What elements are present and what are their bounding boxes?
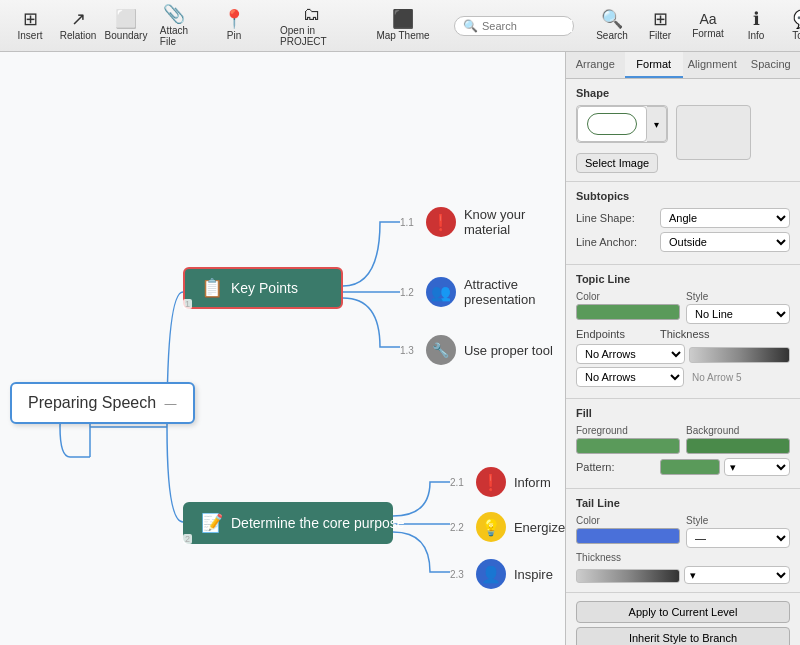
subtopics-section: Subtopics Line Shape: Angle Line Anchor:… xyxy=(566,182,800,265)
tl-style-select[interactable]: No Line xyxy=(686,304,790,324)
panel-tabs: Arrange Format Alignment Spacing xyxy=(566,52,800,79)
attractive-icon: 👥 xyxy=(426,277,456,307)
pattern-row: Pattern: ▾ xyxy=(576,458,790,476)
tool-icon: 🔧 xyxy=(426,335,456,365)
attach-label: Attach File xyxy=(160,25,188,47)
right-panel: Arrange Format Alignment Spacing Shape ▾ xyxy=(565,52,800,645)
search-input[interactable] xyxy=(482,20,572,32)
root-node[interactable]: Preparing Speech — xyxy=(10,382,195,424)
tab-alignment[interactable]: Alignment xyxy=(683,52,742,78)
format-btn-icon: Aa xyxy=(699,12,716,26)
tl-color2-label: Color xyxy=(576,515,680,526)
toolbar-relation-btn[interactable]: ↗ Relation xyxy=(56,6,100,45)
topic-determine[interactable]: 📝 Determine the core purpose 2 xyxy=(183,502,393,544)
tab-format[interactable]: Format xyxy=(625,52,684,78)
topic-icon: 💬 xyxy=(793,10,800,28)
relation-icon: ↗ xyxy=(71,10,86,28)
line-anchor-row: Line Anchor: Outside xyxy=(576,232,790,252)
pattern-label: Pattern: xyxy=(576,461,656,473)
root-expand-icon[interactable]: — xyxy=(165,397,177,411)
topic-line-title: Topic Line xyxy=(576,273,790,285)
tail-line-section: Tail Line Color Style — Thickness ▾ xyxy=(566,489,800,593)
tl-color-bar[interactable] xyxy=(576,304,680,320)
boundary-icon: ⬜ xyxy=(115,10,137,28)
toolbar-insert-btn[interactable]: ⊞ Insert xyxy=(8,6,52,45)
no-arrows-select-1[interactable]: No Arrows xyxy=(576,344,685,364)
subtopics-title: Subtopics xyxy=(576,190,790,202)
toolbar-topic-btn[interactable]: 💬 Topic xyxy=(782,6,800,45)
toolbar-search-btn[interactable]: 🔍 Search xyxy=(590,6,634,45)
toolbar-boundary-btn[interactable]: ⬜ Boundary xyxy=(104,6,148,45)
root-label: Preparing Speech xyxy=(28,394,156,411)
search-bar[interactable]: 🔍 xyxy=(454,16,574,36)
no-arrow-5-label: No Arrow 5 xyxy=(688,372,790,383)
key-points-label: Key Points xyxy=(231,280,298,296)
relation-label: Relation xyxy=(60,30,97,41)
apply-btn[interactable]: Apply to Current Level xyxy=(576,601,790,623)
no-arrows-row-2: No Arrows No Arrow 5 xyxy=(576,367,790,387)
open-project-label: Open in PROJECT xyxy=(280,25,344,47)
sub-item-inspire: 2.3 👤 Inspire xyxy=(450,559,553,589)
sub-item-attractive: 1.2 👥 Attractive presentation xyxy=(400,277,565,307)
search-btn-label: Search xyxy=(596,30,628,41)
key-points-icon: 📋 xyxy=(201,277,223,299)
open-project-icon: 🗂 xyxy=(303,5,321,23)
toolbar-pin-btn[interactable]: 📍 Pin xyxy=(212,6,256,45)
toolbar-open-project-btn[interactable]: 🗂 Open in PROJECT xyxy=(272,1,352,51)
toolbar-format-btn[interactable]: Aa Format xyxy=(686,8,730,43)
tool-label: Use proper tool xyxy=(464,343,553,358)
fg-color-bar[interactable] xyxy=(576,438,680,454)
sub-item-tool: 1.3 🔧 Use proper tool xyxy=(400,335,553,365)
endpoints-label: Endpoints xyxy=(576,328,656,340)
canvas[interactable]: Preparing Speech — 📋 Key Points 1 1.1 ❗ … xyxy=(0,52,565,645)
thickness-slider-1[interactable] xyxy=(689,347,790,363)
map-theme-label: Map Theme xyxy=(376,30,429,41)
shape-box[interactable]: ▾ xyxy=(576,105,668,143)
tl-style-label: Style xyxy=(686,291,790,302)
sub-item-energize: 2.2 💡 Energize xyxy=(450,512,565,542)
pattern-color-bar[interactable] xyxy=(660,459,720,475)
toolbar-info-btn[interactable]: ℹ Info xyxy=(734,6,778,45)
tail-thickness-slider[interactable] xyxy=(576,569,680,583)
line-shape-row: Line Shape: Angle xyxy=(576,208,790,228)
fill-section: Fill Foreground Background Pattern: ▾ xyxy=(566,399,800,489)
tl-style2-select[interactable]: — xyxy=(686,528,790,548)
select-image-btn[interactable]: Select Image xyxy=(576,153,658,173)
insert-label: Insert xyxy=(17,30,42,41)
tab-spacing[interactable]: Spacing xyxy=(742,52,801,78)
sub-num-1-1: 1.1 xyxy=(400,217,414,228)
no-arrows-select-2[interactable]: No Arrows xyxy=(576,367,684,387)
toolbar-filter-btn[interactable]: ⊞ Filter xyxy=(638,6,682,45)
inspire-label: Inspire xyxy=(514,567,553,582)
line-anchor-select[interactable]: Outside xyxy=(660,232,790,252)
shape-dropdown-btn[interactable]: ▾ xyxy=(647,106,667,142)
fg-label: Foreground xyxy=(576,425,680,436)
sub-item-inform: 2.1 ❗ Inform xyxy=(450,467,551,497)
attach-icon: 📎 xyxy=(163,5,185,23)
thickness-label: Thickness xyxy=(660,328,740,340)
toolbar-map-theme-btn[interactable]: ⬛ Map Theme xyxy=(368,6,438,45)
map-theme-icon: ⬛ xyxy=(392,10,414,28)
bg-label: Background xyxy=(686,425,790,436)
tl-color2-bar[interactable] xyxy=(576,528,680,544)
bg-color-bar[interactable] xyxy=(686,438,790,454)
tab-arrange[interactable]: Arrange xyxy=(566,52,625,78)
search-icon: 🔍 xyxy=(463,19,478,33)
sub-num-2-1: 2.1 xyxy=(450,477,464,488)
tail-thickness-select[interactable]: ▾ xyxy=(684,566,790,584)
insert-icon: ⊞ xyxy=(23,10,38,28)
topic-line-color-style: Color Style No Line xyxy=(576,291,790,324)
know-icon: ❗ xyxy=(426,207,456,237)
determine-number: 2 xyxy=(183,534,192,544)
sub-num-2-2: 2.2 xyxy=(450,522,464,533)
topic-key-points[interactable]: 📋 Key Points 1 xyxy=(183,267,343,309)
fill-color-row: Foreground Background xyxy=(576,425,790,454)
inform-icon: ❗ xyxy=(476,467,506,497)
toolbar: ⊞ Insert ↗ Relation ⬜ Boundary 📎 Attach … xyxy=(0,0,800,52)
toolbar-attach-btn[interactable]: 📎 Attach File xyxy=(152,1,196,51)
tail-line-title: Tail Line xyxy=(576,497,790,509)
pin-label: Pin xyxy=(227,30,241,41)
inherit-btn[interactable]: Inherit Style to Branch xyxy=(576,627,790,645)
line-shape-select[interactable]: Angle xyxy=(660,208,790,228)
pattern-select[interactable]: ▾ xyxy=(724,458,790,476)
